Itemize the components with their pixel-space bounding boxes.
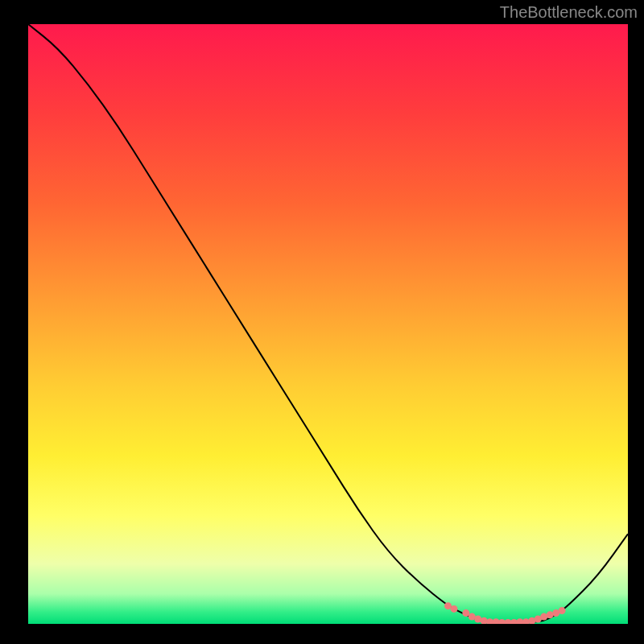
data-markers [444, 602, 566, 624]
bottleneck-curve [28, 24, 628, 623]
marker-dot [559, 607, 566, 614]
chart-container [28, 24, 628, 624]
curve-overlay [28, 24, 628, 624]
watermark-text: TheBottleneck.com [500, 3, 638, 22]
marker-dot [450, 605, 457, 613]
